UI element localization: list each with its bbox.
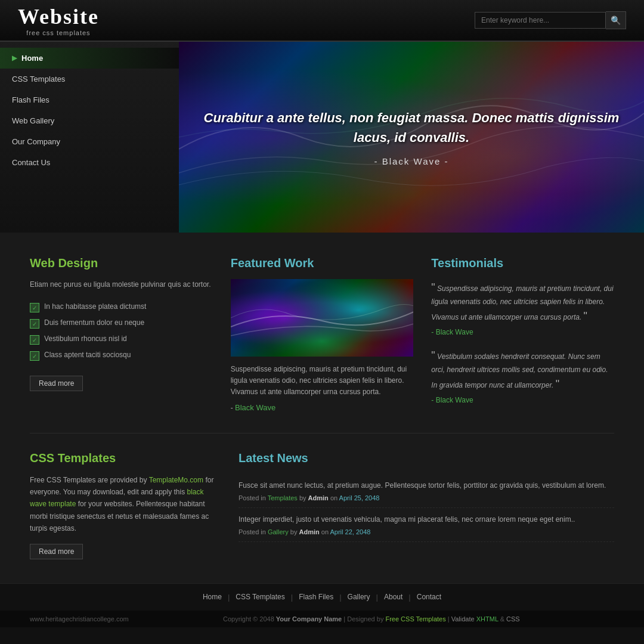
- logo-title: Website: [18, 4, 99, 29]
- two-col-section: CSS Templates Free CSS Templates are pro…: [30, 434, 614, 559]
- testimonials-container: " Suspendisse adipiscing, mauris at pret…: [431, 279, 614, 404]
- sidebar-item-flash-files[interactable]: Flash Files: [0, 89, 179, 110]
- footer-copyright: Copyright © 2048 Your Company Name | Des…: [129, 615, 614, 623]
- css-templates-read-more[interactable]: Read more: [30, 544, 83, 559]
- news-text: Fusce sit amet nunc lectus, at pretium a…: [239, 480, 614, 491]
- featured-work-attr: - Black Wave: [231, 403, 414, 412]
- featured-work-col: Featured Work Suspendisse adipiscin: [231, 256, 414, 415]
- sidebar-item-web-gallery[interactable]: Web Gallery: [0, 110, 179, 131]
- footer-url: www.heritagechristiancollege.com: [30, 615, 129, 623]
- news-category[interactable]: Templates: [268, 494, 298, 501]
- featured-work-body: Suspendisse adipiscing, mauris at pretiu…: [231, 364, 414, 398]
- news-meta: Posted in Gallery by Admin on April 22, …: [239, 528, 614, 535]
- news-text: Integer imperdiet, justo ut venenatis ve…: [239, 514, 614, 525]
- footer-nav-item-gallery[interactable]: Gallery: [348, 593, 370, 601]
- list-item: ✓Class aptent taciti sociosqu: [30, 348, 213, 364]
- footer-nav-divider: |: [408, 593, 410, 602]
- nav-container: ▶HomeCSS TemplatesFlash FilesWeb Gallery…: [0, 48, 179, 173]
- hero-quote: Curabitur a ante tellus, non feugiat mas…: [203, 108, 620, 147]
- latest-news-col: Latest News Fusce sit amet nunc lectus, …: [239, 451, 614, 559]
- web-design-col: Web Design Etiam nec purus eu ligula mol…: [30, 256, 213, 415]
- news-category[interactable]: Gallery: [268, 528, 289, 535]
- footer-nav: Home|CSS Templates|Flash Files|Gallery|A…: [30, 593, 614, 602]
- testimonial-item: " Suspendisse adipiscing, mauris at pret…: [431, 279, 614, 336]
- css-templates-title: CSS Templates: [30, 451, 221, 465]
- search-button[interactable]: 🔍: [606, 11, 626, 29]
- featured-work-image[interactable]: [231, 279, 414, 357]
- web-design-body: Etiam nec purus eu ligula molestie pulvi…: [30, 279, 213, 290]
- css-body-text1: Free CSS Templates are provided by: [30, 476, 149, 484]
- logo-subtitle: free css templates: [26, 29, 90, 36]
- search-area: 🔍: [475, 11, 626, 29]
- news-author: Admin: [299, 528, 320, 535]
- checklist-text: Vestibulum rhoncus nisl id: [44, 335, 127, 343]
- check-icon: ✓: [30, 351, 39, 361]
- check-icon: ✓: [30, 319, 39, 329]
- css-templates-body: Free CSS Templates are provided by Templ…: [30, 474, 221, 535]
- nav-item-label: Home: [21, 54, 43, 63]
- footer-nav-item-contact[interactable]: Contact: [417, 593, 441, 601]
- footer: Home|CSS Templates|Flash Files|Gallery|A…: [0, 583, 644, 611]
- news-meta: Posted in Templates by Admin on April 25…: [239, 494, 614, 501]
- checklist-text: In hac habitasse platea dictumst: [44, 302, 146, 311]
- hero-attribution: - Black Wave -: [203, 156, 620, 166]
- testimonial-text: " Suspendisse adipiscing, mauris at pret…: [431, 279, 614, 325]
- footer-nav-item-about[interactable]: About: [384, 593, 402, 601]
- sidebar: ▶HomeCSS TemplatesFlash FilesWeb Gallery…: [0, 42, 179, 233]
- footer-nav-item-home[interactable]: Home: [203, 593, 222, 601]
- open-quote: ": [431, 349, 435, 361]
- testimonial-link[interactable]: - Black Wave: [431, 328, 473, 336]
- validate-text: Validate: [451, 615, 475, 623]
- testimonial-author: - Black Wave: [431, 396, 614, 404]
- check-icon: ✓: [30, 303, 39, 312]
- sidebar-item-css-templates[interactable]: CSS Templates: [0, 69, 179, 89]
- checklist-text: Duis fermentum dolor eu neque: [44, 318, 144, 327]
- news-item: Fusce sit amet nunc lectus, at pretium a…: [239, 474, 614, 508]
- list-item: ✓Duis fermentum dolor eu neque: [30, 315, 213, 332]
- nav-item-label: Our Company: [12, 137, 60, 146]
- news-date: April 22, 2048: [330, 528, 370, 535]
- xhtml-text[interactable]: XHTML: [476, 615, 499, 623]
- css-text[interactable]: CSS: [506, 615, 520, 623]
- nav-item-label: Contact Us: [12, 158, 50, 167]
- footer-nav-divider: |: [339, 593, 341, 602]
- logo-area: Website free css templates: [18, 4, 99, 36]
- footer-nav-item-flash-files[interactable]: Flash Files: [299, 593, 333, 601]
- nav-item-label: Flash Files: [12, 95, 49, 104]
- list-item: ✓In hac habitasse platea dictumst: [30, 299, 213, 315]
- templatemo-link[interactable]: TemplateMo.com: [149, 476, 203, 484]
- web-design-checklist: ✓In hac habitasse platea dictumst✓Duis f…: [30, 299, 213, 364]
- hero-text: Curabitur a ante tellus, non feugiat mas…: [179, 96, 644, 178]
- sidebar-item-our-company[interactable]: Our Company: [0, 131, 179, 152]
- sidebar-item-contact-us[interactable]: Contact Us: [0, 152, 179, 173]
- sidebar-item-home[interactable]: ▶Home: [0, 48, 179, 69]
- footer-nav-item-css-templates[interactable]: CSS Templates: [236, 593, 284, 601]
- list-item: ✓Vestibulum rhoncus nisl id: [30, 332, 213, 348]
- hero-banner: Curabitur a ante tellus, non feugiat mas…: [179, 42, 644, 233]
- close-quote: ": [556, 378, 559, 390]
- search-input[interactable]: [475, 12, 606, 29]
- web-design-title: Web Design: [30, 256, 213, 270]
- web-design-read-more[interactable]: Read more: [30, 376, 83, 391]
- featured-work-link[interactable]: Black Wave: [235, 403, 275, 412]
- three-col-section: Web Design Etiam nec purus eu ligula mol…: [30, 233, 614, 434]
- nav-arrow-icon: ▶: [12, 54, 17, 62]
- footer-nav-divider: |: [291, 593, 293, 602]
- checklist-text: Class aptent taciti sociosqu: [44, 351, 131, 359]
- top-bar: Website free css templates 🔍: [0, 0, 644, 42]
- news-container: Fusce sit amet nunc lectus, at pretium a…: [239, 474, 614, 542]
- news-date: April 25, 2048: [339, 494, 380, 501]
- testimonial-text: " Vestibulum sodales hendrerit consequat…: [431, 347, 614, 393]
- testimonials-col: Testimonials " Suspendisse adipiscing, m…: [431, 256, 614, 415]
- testimonial-item: " Vestibulum sodales hendrerit consequat…: [431, 347, 614, 404]
- content-area: Web Design Etiam nec purus eu ligula mol…: [0, 233, 644, 583]
- fct-link[interactable]: Free CSS Templates: [385, 615, 445, 623]
- css-templates-col: CSS Templates Free CSS Templates are pro…: [30, 451, 221, 559]
- check-icon: ✓: [30, 335, 39, 345]
- testimonial-author: - Black Wave: [431, 328, 614, 336]
- testimonial-link[interactable]: - Black Wave: [431, 396, 473, 404]
- svg-rect-2: [231, 279, 414, 357]
- close-quote: ": [584, 310, 587, 322]
- nav-item-label: Web Gallery: [12, 116, 54, 125]
- footer-bottom: www.heritagechristiancollege.com Copyrig…: [0, 611, 644, 627]
